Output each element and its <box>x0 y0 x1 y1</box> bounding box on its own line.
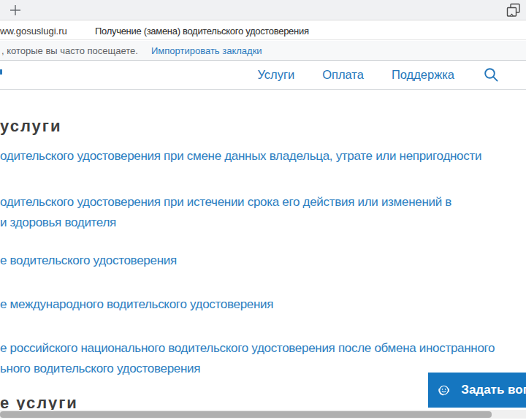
nav-item-podderzhka[interactable]: Поддержка <box>392 68 454 82</box>
service-link-replace-license-expired[interactable]: одительского удостоверения при истечении… <box>0 192 451 233</box>
browser-tab-bar <box>0 0 526 20</box>
service-link-text: е международного водительского удостовер… <box>0 294 273 315</box>
new-tab-button[interactable] <box>7 3 23 18</box>
tab-preview-button[interactable] <box>504 1 523 19</box>
service-link-get-international-license[interactable]: е международного водительского удостовер… <box>0 294 273 315</box>
clipped-element-fragment <box>0 69 2 75</box>
service-link-text: е водительского удостоверения <box>0 251 177 271</box>
address-page-title: Получение (замена) водительского удостов… <box>95 26 309 37</box>
address-url: ww.gosuslugi.ru <box>0 26 67 37</box>
horizontal-scrollbar-track[interactable] <box>0 410 526 419</box>
service-link-text: одительского удостоверения при смене дан… <box>0 146 481 167</box>
service-link-get-license[interactable]: е водительского удостоверения <box>0 251 177 271</box>
ask-question-label: Задать вопрос <box>461 383 526 397</box>
service-link-replace-license-data-change[interactable]: одительского удостоверения при смене дан… <box>0 146 481 167</box>
header-divider <box>0 89 526 90</box>
tab-preview-icon <box>505 1 522 19</box>
plus-icon <box>7 3 23 18</box>
search-icon <box>483 66 500 83</box>
site-nav: Услуги Оплата Поддержка <box>257 64 500 85</box>
service-link-text: е российского национального водительског… <box>0 338 495 359</box>
bookmarks-info-bar: , которые вы часто посещаете. Импортиров… <box>0 41 526 61</box>
support-operator-icon <box>437 381 451 400</box>
ask-question-button[interactable]: Задать вопрос <box>428 373 526 408</box>
service-link-text: и здоровья водителя <box>0 213 451 233</box>
service-link-get-russian-license-after-foreign[interactable]: е российского национального водительског… <box>0 338 495 379</box>
import-bookmarks-link[interactable]: Импортировать закладки <box>151 45 262 56</box>
info-bar-message: , которые вы часто посещаете. <box>1 45 138 56</box>
nav-item-uslugi[interactable]: Услуги <box>257 68 294 82</box>
section-heading-electronic-services: услуги <box>0 117 62 136</box>
nav-item-oplata[interactable]: Оплата <box>322 68 364 82</box>
horizontal-scrollbar-thumb[interactable] <box>0 411 492 418</box>
search-button[interactable] <box>482 66 500 83</box>
service-link-text: одительского удостоверения при истечении… <box>0 192 451 213</box>
service-link-text: ьного водительского удостоверения <box>0 359 495 379</box>
address-bar[interactable]: ww.gosuslugi.ru Получение (замена) водит… <box>0 21 526 40</box>
